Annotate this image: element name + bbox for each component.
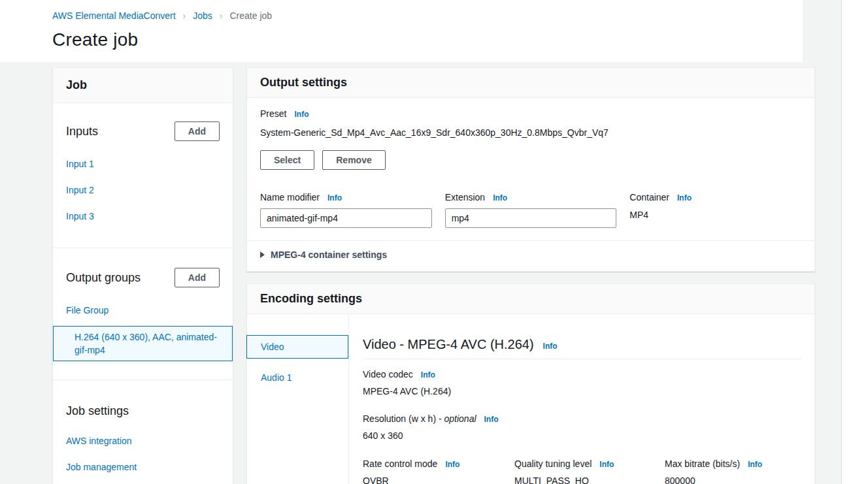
mpeg4-container-settings-label: MPEG-4 container settings xyxy=(271,250,387,260)
extension-field: Extension Info xyxy=(445,192,617,228)
preset-buttons-row: Select Remove xyxy=(260,150,801,170)
video-codec-info-link[interactable]: Info xyxy=(421,370,435,379)
container-info-link[interactable]: Info xyxy=(677,193,692,202)
quality-tuning-field: Quality tuning level Info MULTI_PASS_HQ xyxy=(514,459,665,484)
quality-tuning-label: Quality tuning level xyxy=(514,459,592,469)
preset-remove-button[interactable]: Remove xyxy=(322,150,385,170)
caret-right-icon xyxy=(260,251,265,258)
max-bitrate-label: Max bitrate (bits/s) xyxy=(665,459,740,469)
sidebar-item-file-group[interactable]: File Group xyxy=(66,305,220,315)
video-codec-field: Video codec Info MPEG-4 AVC (H.264) xyxy=(363,369,801,396)
preset-value: System-Generic_Sd_Mp4_Avc_Aac_16x9_Sdr_6… xyxy=(260,127,801,138)
output-settings-header: Output settings xyxy=(247,68,814,98)
name-modifier-label: Name modifier xyxy=(260,192,320,202)
breadcrumb-link-mediaconvert[interactable]: AWS Elemental MediaConvert xyxy=(52,10,176,21)
resolution-optional-label: optional xyxy=(444,413,476,424)
breadcrumb-separator-icon: › xyxy=(183,10,186,21)
extension-label: Extension xyxy=(445,192,485,202)
sidebar-item-input-2[interactable]: Input 2 xyxy=(66,185,220,195)
resolution-info-link[interactable]: Info xyxy=(484,415,499,424)
mpeg4-container-settings-expander[interactable]: MPEG-4 container settings xyxy=(260,241,801,271)
output-settings-body: Preset Info System-Generic_Sd_Mp4_Avc_Aa… xyxy=(247,98,814,271)
inputs-section: Inputs Add Input 1 Input 2 Input 3 xyxy=(53,103,233,248)
rate-control-row: Rate control mode Info QVBR Quality tuni… xyxy=(363,459,801,484)
tab-audio-1[interactable]: Audio 1 xyxy=(247,366,348,389)
page-title: Create job xyxy=(52,29,803,50)
resolution-value: 640 x 360 xyxy=(363,430,801,441)
preset-label-row: Preset Info xyxy=(260,108,801,119)
max-bitrate-value: 800000 xyxy=(665,476,801,484)
collapsed-tools-panel xyxy=(842,0,868,484)
encoding-settings-header: Encoding settings xyxy=(247,284,814,314)
tab-video[interactable]: Video xyxy=(246,335,348,359)
name-modifier-field: Name modifier Info xyxy=(260,192,432,228)
job-sidebar-panel: Job Inputs Add Input 1 Input 2 Input 3 O… xyxy=(52,67,233,484)
job-settings-heading: Job settings xyxy=(66,404,129,418)
output-fields-grid: Name modifier Info Extension Info xyxy=(260,192,801,228)
inputs-heading: Inputs xyxy=(66,124,98,138)
video-codec-label: Video codec xyxy=(363,369,413,379)
page-header: AWS Elemental MediaConvert › Jobs › Crea… xyxy=(0,0,803,62)
breadcrumb-separator-icon: › xyxy=(220,10,223,21)
output-groups-heading: Output groups xyxy=(66,270,141,285)
video-section-heading: Video - MPEG-4 AVC (H.264) xyxy=(363,336,534,352)
preset-select-button[interactable]: Select xyxy=(260,150,314,170)
add-input-button[interactable]: Add xyxy=(175,121,220,141)
rate-control-field: Rate control mode Info QVBR xyxy=(363,459,514,484)
preset-label: Preset xyxy=(260,108,286,119)
video-section-info-link[interactable]: Info xyxy=(543,342,558,351)
container-label: Container xyxy=(629,192,669,202)
sidebar-item-aws-integration[interactable]: AWS integration xyxy=(66,436,220,446)
sidebar-item-output-h264-selected[interactable]: H.264 (640 x 360), AAC, animated-gif-mp4 xyxy=(53,326,233,361)
name-modifier-input[interactable] xyxy=(260,208,432,228)
job-settings-section: Job settings AWS integration Job managem… xyxy=(53,380,233,484)
encoding-tabs: Video Audio 1 xyxy=(247,314,349,484)
name-modifier-info-link[interactable]: Info xyxy=(327,193,342,202)
main-column: Output settings Preset Info System-Gener… xyxy=(246,67,815,484)
app-root: AWS Elemental MediaConvert › Jobs › Crea… xyxy=(0,0,868,484)
add-output-group-button[interactable]: Add xyxy=(175,268,220,287)
breadcrumb-link-jobs[interactable]: Jobs xyxy=(193,10,212,21)
sidebar-item-job-management[interactable]: Job management xyxy=(66,462,220,472)
extension-info-link[interactable]: Info xyxy=(493,193,507,202)
content-region: AWS Elemental MediaConvert › Jobs › Crea… xyxy=(0,0,842,484)
video-heading-row: Video - MPEG-4 AVC (H.264) Info xyxy=(363,336,801,352)
content-row: Job Inputs Add Input 1 Input 2 Input 3 O… xyxy=(52,67,815,484)
video-settings-content: Video - MPEG-4 AVC (H.264) Info Video co… xyxy=(349,314,814,484)
extension-input[interactable] xyxy=(445,208,617,228)
preset-info-link[interactable]: Info xyxy=(294,110,309,119)
breadcrumb-current: Create job xyxy=(229,10,272,21)
sidebar-item-input-1[interactable]: Input 1 xyxy=(66,159,220,169)
output-groups-section: Output groups Add File Group H.264 (640 … xyxy=(53,248,233,380)
output-settings-panel: Output settings Preset Info System-Gener… xyxy=(246,67,815,272)
rate-control-value: QVBR xyxy=(363,476,514,484)
encoding-settings-title: Encoding settings xyxy=(260,292,362,305)
max-bitrate-info-link[interactable]: Info xyxy=(748,460,762,469)
max-bitrate-field: Max bitrate (bits/s) Info 800000 xyxy=(665,459,801,484)
output-settings-title: Output settings xyxy=(260,76,347,89)
resolution-field: Resolution (w x h) - optional Info 640 x… xyxy=(363,413,801,441)
job-settings-section-head: Job settings xyxy=(66,404,220,418)
video-codec-value: MPEG-4 AVC (H.264) xyxy=(363,386,801,396)
inputs-section-head: Inputs Add xyxy=(66,121,220,141)
sidebar-item-input-3[interactable]: Input 3 xyxy=(66,211,220,221)
container-field: Container Info MP4 xyxy=(629,192,801,228)
video-heading-divider xyxy=(363,359,801,359)
encoding-settings-body: Video Audio 1 Video - MPEG-4 AVC (H.264)… xyxy=(247,314,814,484)
rate-control-info-link[interactable]: Info xyxy=(445,460,459,469)
job-panel-title: Job xyxy=(66,78,87,91)
container-value: MP4 xyxy=(629,208,801,221)
resolution-label: Resolution (w x h) - optional xyxy=(363,413,476,424)
quality-tuning-value: MULTI_PASS_HQ xyxy=(514,476,665,484)
job-panel-header: Job xyxy=(53,68,233,103)
output-groups-section-head: Output groups Add xyxy=(66,268,220,287)
breadcrumb: AWS Elemental MediaConvert › Jobs › Crea… xyxy=(52,10,803,21)
quality-tuning-info-link[interactable]: Info xyxy=(599,460,614,469)
encoding-settings-panel: Encoding settings Video Audio 1 Video - … xyxy=(246,283,815,484)
rate-control-label: Rate control mode xyxy=(363,459,437,469)
